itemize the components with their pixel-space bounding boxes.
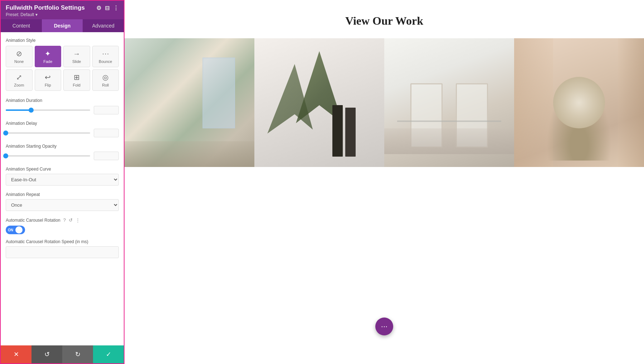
fab-button[interactable]: ··· [375,318,393,335]
portfolio-image-2[interactable] [254,38,384,167]
fold-icon: ⊞ [74,73,80,82]
opacity-track [6,155,90,157]
preset-row: Preset: Default ▾ [6,12,119,17]
panel-title-icons: ⚙ ⊟ ⋮ [96,5,119,11]
carousel-label-row: Automatic Carousel Rotation ? ↺ ⋮ [6,217,119,223]
carousel-speed-label: Automatic Carousel Rotation Speed (in ms… [6,239,119,244]
opacity-value[interactable]: 0% [94,152,119,160]
tab-design[interactable]: Design [42,19,83,32]
portfolio-image-4[interactable] [514,38,644,167]
panel-title-row: Fullwidth Portfolio Settings ⚙ ⊟ ⋮ [6,4,119,11]
cancel-button[interactable]: ✕ [1,345,31,363]
anim-roll[interactable]: ◎ Roll [92,69,119,91]
speed-curve-select[interactable]: Ease-In-Out Linear Ease-In Ease-Out Ease… [6,174,119,186]
opacity-label: Animation Starting Opacity [6,144,119,149]
anim-fade[interactable]: ✦ Fade [35,46,62,67]
toggle-circle [15,226,23,233]
redo-icon: ↻ [75,350,80,358]
more-icon[interactable]: ⋮ [113,5,119,11]
duration-slider-container: 1000ms [6,106,119,114]
bounce-icon: ⋯ [102,49,109,58]
none-icon: ⊘ [16,49,22,58]
delay-thumb[interactable] [3,131,8,136]
animation-delay-row: Animation Delay 0ms [6,121,119,137]
opacity-row: Animation Starting Opacity 0% [6,144,119,160]
carousel-reset-icon[interactable]: ↺ [69,217,73,223]
none-label: None [14,59,24,64]
flip-icon: ↩ [45,73,51,82]
portfolio-image-3[interactable] [384,38,514,167]
roll-label: Roll [102,83,109,87]
duration-label: Animation Duration [6,98,119,103]
duration-thumb[interactable] [29,108,34,113]
fab-icon: ··· [381,322,387,331]
slide-icon: → [73,50,80,58]
delay-slider-container: 0ms [6,129,119,137]
panel-title-text: Fullwidth Portfolio Settings [6,4,85,11]
carousel-toggle[interactable]: ON [6,226,25,234]
animation-repeat-label: Animation Repeat [6,192,119,197]
carousel-more-icon[interactable]: ⋮ [75,217,80,223]
columns-icon[interactable]: ⊟ [105,5,109,11]
reset-button[interactable]: ↺ [31,345,62,363]
save-button[interactable]: ✓ [93,345,124,363]
portfolio-strip [125,38,644,167]
duration-fill [6,109,31,111]
delay-value[interactable]: 0ms [94,129,119,137]
zoom-label: Zoom [14,83,24,87]
carousel-speed-input[interactable]: 7000 [6,246,119,258]
animation-repeat-row: Animation Repeat Once Loop Infinite [6,192,119,211]
settings-icon[interactable]: ⚙ [96,5,101,11]
preset-arrow[interactable]: ▾ [35,12,38,17]
opacity-slider-container: 0% [6,152,119,160]
bounce-label: Bounce [99,59,112,64]
fade-icon: ✦ [45,49,51,58]
carousel-rotation-label: Automatic Carousel Rotation [6,218,60,223]
panel-header: Fullwidth Portfolio Settings ⚙ ⊟ ⋮ Prese… [1,1,124,19]
settings-panel: Fullwidth Portfolio Settings ⚙ ⊟ ⋮ Prese… [0,0,125,364]
roll-icon: ◎ [102,73,108,82]
delay-track [6,132,90,134]
tab-content[interactable]: Content [1,19,42,32]
reset-icon: ↺ [44,350,50,358]
anim-bounce[interactable]: ⋯ Bounce [92,46,119,67]
opacity-thumb[interactable] [3,153,8,158]
animation-duration-row: Animation Duration 1000ms [6,98,119,114]
zoom-icon: ⤢ [16,73,22,82]
carousel-rotation-row: Automatic Carousel Rotation ? ↺ ⋮ ON [6,217,119,234]
anim-fold[interactable]: ⊞ Fold [63,69,90,91]
flip-label: Flip [45,83,51,87]
animation-style-grid: ⊘ None ✦ Fade → Slide ⋯ Bounce ⤢ Zoom ↩ … [6,46,119,91]
section-title: View Our Work [125,0,644,38]
fade-label: Fade [43,59,52,64]
redo-button[interactable]: ↻ [62,345,93,363]
tab-bar: Content Design Advanced [1,19,124,32]
slide-label: Slide [72,59,81,64]
animation-repeat-select[interactable]: Once Loop Infinite [6,199,119,211]
fold-label: Fold [73,83,80,87]
anim-zoom[interactable]: ⤢ Zoom [6,69,33,91]
panel-body: Animation Style ⊘ None ✦ Fade → Slide ⋯ … [1,32,124,345]
portfolio-image-1[interactable] [125,38,254,167]
speed-curve-label: Animation Speed Curve [6,167,119,172]
cancel-icon: ✕ [14,350,19,358]
carousel-speed-row: Automatic Carousel Rotation Speed (in ms… [6,239,119,258]
panel-footer: ✕ ↺ ↻ ✓ [1,345,124,363]
duration-track [6,109,90,111]
anim-slide[interactable]: → Slide [63,46,90,67]
duration-value[interactable]: 1000ms [94,106,119,114]
save-icon: ✓ [106,350,111,358]
tab-advanced[interactable]: Advanced [83,19,124,32]
toggle-on-label: ON [7,228,14,232]
preset-label: Preset: Default [6,12,34,17]
animation-style-label: Animation Style [6,38,119,43]
help-icon[interactable]: ? [63,217,66,223]
anim-flip[interactable]: ↩ Flip [35,69,62,91]
anim-none[interactable]: ⊘ None [6,46,33,67]
speed-curve-row: Animation Speed Curve Ease-In-Out Linear… [6,167,119,186]
content-area: View Our Work [125,0,644,364]
delay-label: Animation Delay [6,121,119,126]
